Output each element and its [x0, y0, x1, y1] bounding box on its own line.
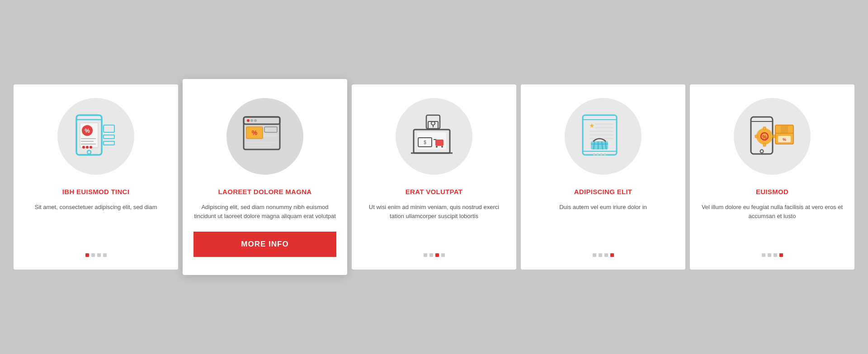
more-info-button[interactable]: MORE INFO — [193, 232, 336, 257]
card-2-title: LAOREET DOLORE MAGNA — [218, 187, 312, 196]
card-1-text: Sit amet, consectetuer adipiscing elit, … — [35, 203, 157, 242]
dot-3-2 — [429, 253, 433, 257]
svg-text:%: % — [85, 127, 90, 134]
dot-1-2 — [91, 253, 95, 257]
dot-5-2 — [768, 253, 771, 257]
card-4: ★ AD — [521, 84, 685, 270]
card-3-dots — [424, 253, 445, 257]
card-5: % % EUISMOD Vel illum dolore eu feugiat … — [690, 84, 854, 270]
dot-5-4 — [779, 253, 783, 257]
svg-point-31 — [431, 121, 435, 125]
card-3-title: ERAT VOLUTPAT — [406, 187, 462, 196]
svg-point-11 — [90, 146, 92, 149]
dot-5-1 — [762, 253, 765, 257]
dot-3-3 — [435, 253, 439, 257]
svg-rect-67 — [755, 135, 758, 138]
dot-4-1 — [593, 253, 596, 257]
card-2-icon-circle: % — [226, 98, 303, 175]
svg-rect-14 — [104, 141, 114, 145]
svg-point-57 — [604, 154, 606, 156]
dot-4-3 — [604, 253, 608, 257]
wishlist-icon: ★ — [578, 112, 628, 161]
svg-text:★: ★ — [589, 122, 595, 129]
svg-point-54 — [593, 154, 595, 156]
svg-point-56 — [600, 154, 603, 156]
svg-rect-35 — [435, 140, 443, 146]
svg-point-37 — [436, 146, 438, 148]
svg-point-38 — [441, 146, 443, 148]
svg-rect-23 — [264, 134, 277, 136]
card-4-icon-circle: ★ — [565, 98, 642, 175]
card-4-dots — [593, 253, 614, 257]
svg-rect-64 — [763, 127, 766, 130]
mobile-coupon-icon: % — [71, 112, 121, 161]
card-4-title: ADIPISCING ELIT — [574, 187, 632, 196]
svg-point-10 — [86, 146, 89, 149]
card-5-title: EUISMOD — [756, 187, 788, 196]
svg-point-18 — [250, 119, 253, 122]
svg-rect-70 — [781, 125, 788, 133]
svg-rect-22 — [264, 127, 277, 132]
website-coupon-icon: % — [240, 112, 290, 161]
card-3-text: Ut wisi enim ad minim veniam, quis nostr… — [363, 203, 505, 242]
dot-3-4 — [441, 253, 445, 257]
card-3: $ ERAT VOLUTPAT Ut wisi enim ad minim ve… — [352, 84, 516, 270]
svg-point-19 — [254, 119, 257, 122]
svg-rect-65 — [763, 144, 766, 146]
card-4-text: Duis autem vel eum iriure dolor in — [559, 203, 647, 242]
svg-text:%: % — [252, 129, 258, 136]
svg-text:$: $ — [424, 140, 426, 145]
card-1-dots — [85, 253, 107, 257]
card-1: % IBH EUISMOD TINCI Sit amet, consectetu… — [14, 84, 178, 270]
card-5-dots — [762, 253, 783, 257]
card-1-title: IBH EUISMOD TINCI — [62, 187, 129, 196]
secure-shopping-icon: $ — [409, 112, 459, 161]
card-2: % LAOREET DOLORE MAGNA Adipiscing elit, … — [183, 79, 347, 275]
svg-point-55 — [597, 154, 599, 156]
card-3-icon-circle: $ — [396, 98, 472, 175]
dot-4-2 — [599, 253, 602, 257]
svg-point-1 — [87, 150, 91, 154]
card-2-text: Adipiscing elit, sed diam nonummy nibh e… — [193, 203, 336, 221]
cards-container: % IBH EUISMOD TINCI Sit amet, consectetu… — [14, 84, 854, 270]
dot-4-4 — [610, 253, 614, 257]
svg-rect-12 — [104, 125, 114, 132]
card-1-icon-circle: % — [57, 98, 134, 175]
svg-text:%: % — [783, 137, 786, 142]
card-5-icon-circle: % % — [734, 98, 811, 175]
dot-1-4 — [103, 253, 107, 257]
dot-3-1 — [424, 253, 427, 257]
svg-point-17 — [247, 119, 250, 122]
svg-text:%: % — [762, 134, 767, 140]
dot-1-3 — [97, 253, 101, 257]
svg-point-59 — [760, 150, 764, 153]
mobile-settings-coupon-icon: % % — [747, 112, 797, 161]
svg-rect-13 — [104, 135, 114, 139]
svg-point-9 — [82, 146, 85, 149]
card-5-text: Vel illum dolore eu feugiat nulla facili… — [701, 203, 844, 242]
dot-5-3 — [774, 253, 777, 257]
dot-1-1 — [85, 253, 89, 257]
